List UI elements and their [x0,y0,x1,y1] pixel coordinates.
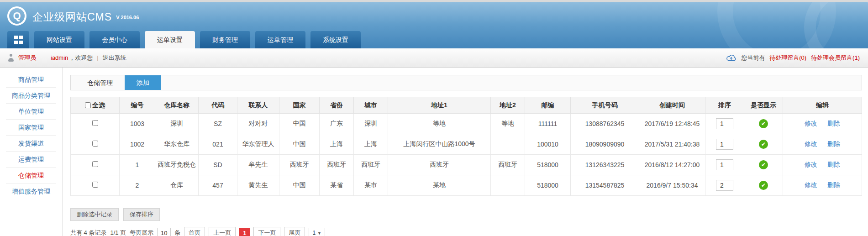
select-all-checkbox[interactable] [85,102,91,108]
sort-order-input[interactable] [716,118,733,129]
cell-address1: 上海闵行区中山路1000号 [388,134,491,155]
sidebar-item-5[interactable]: 运费管理 [0,154,62,164]
delete-link[interactable]: 删除 [827,120,840,127]
sidebar-item-3[interactable]: 国家管理 [0,122,62,132]
cell-city: 某市 [354,175,388,196]
cell-sort [705,114,744,134]
sidebar-divider [6,119,56,120]
sidebar-item-2[interactable]: 单位管理 [0,106,62,116]
per-page-input[interactable] [157,228,171,236]
cell-phone: 13126343225 [571,155,639,175]
prev-page-button[interactable]: 上一页 [209,227,236,236]
grid-icon [14,36,23,44]
column-header-14: 是否显示 [744,97,783,114]
delete-link[interactable]: 删除 [827,140,840,147]
content-tab-0[interactable]: 仓储管理 [75,75,125,90]
column-header-0: 全选 [71,97,120,114]
sidebar-divider [6,183,56,184]
select-all-label: 全选 [92,101,105,109]
content-tab-1[interactable]: 添加 [125,75,161,90]
nav-tab-1[interactable]: 会员中心 [89,31,140,48]
current-page-indicator[interactable]: 1 [239,228,250,236]
nav-tab-4[interactable]: 运单管理 [255,31,305,48]
table-body: 1003深圳SZ对对对中国广东深圳等地等地1111111308876234520… [71,114,862,196]
sidebar-divider [6,135,56,136]
check-circle-icon: ✔ [759,119,768,128]
nav-tab-0[interactable]: 网站设置 [34,31,84,48]
edit-link[interactable]: 修改 [805,161,817,168]
per-page-suffix: 条 [174,229,180,236]
cell-created: 2016/8/12 14:27:00 [639,155,705,175]
pagination: 共有 4 条记录 1/1 页 每页展示 条 首页 上一页 1 下一页 尾页 1▼ [70,227,862,236]
column-header-2: 仓库名称 [155,97,199,114]
cloud-upload-icon [726,54,736,62]
cell-address2: 西班牙 [491,155,525,175]
table-header-row: 全选编号仓库名称代码联系人国家省份城市地址1地址2邮编手机号码创建时间排序是否显… [71,97,862,114]
nav-tab-3[interactable]: 财务管理 [200,31,250,48]
logout-link[interactable]: 退出系统 [103,54,126,62]
first-page-button[interactable]: 首页 [184,227,205,236]
sidebar-divider [6,167,56,168]
cell-created: 2017/6/19 12:48:45 [639,114,705,134]
app-version: V 2016.06 [116,15,139,20]
sidebar-item-1[interactable]: 商品分类管理 [0,90,62,100]
sidebar-divider [6,103,56,104]
row-select-cell [71,155,120,175]
pending-messages-link[interactable]: 待处理留言(0) [769,54,806,62]
cell-address1: 某地 [388,175,491,196]
next-page-button[interactable]: 下一页 [253,227,280,236]
edit-link[interactable]: 修改 [805,181,817,189]
sort-order-input[interactable] [716,139,733,150]
cell-zip: 111111 [525,114,571,134]
cell-address2 [491,175,525,196]
cell-edit: 修改删除 [783,114,862,134]
last-page-button[interactable]: 尾页 [284,227,305,236]
column-header-6: 省份 [320,97,354,114]
cell-code: SD [199,155,237,175]
cell-created: 2017/5/31 21:40:38 [639,134,705,155]
delete-link[interactable]: 删除 [827,181,840,189]
row-checkbox[interactable] [92,161,98,167]
sort-order-input[interactable] [716,159,733,170]
page-jump-value: 1 [312,230,316,236]
cell-phone: 13088762345 [571,114,639,134]
warehouse-table: 全选编号仓库名称代码联系人国家省份城市地址1地址2邮编手机号码创建时间排序是否显… [70,97,862,196]
delete-selected-button[interactable]: 删除选中记录 [70,208,119,221]
save-sort-button[interactable]: 保存排序 [123,208,160,221]
nav-tab-5[interactable]: 系统设置 [310,31,361,48]
delete-link[interactable]: 删除 [827,161,840,168]
sidebar-item-6[interactable]: 仓储管理 [0,170,62,180]
sort-order-input[interactable] [716,180,733,191]
cell-code: 457 [199,175,237,196]
sidebar-divider [6,151,56,152]
sidebar-item-4[interactable]: 发货渠道 [0,138,62,148]
main-nav: 网站设置会员中心运单设置财务管理运单管理系统设置 [7,31,361,48]
cell-address2: 等地 [491,114,525,134]
cell-contact: 黄先生 [237,175,279,196]
row-checkbox[interactable] [92,141,98,147]
sidebar-item-0[interactable]: 商品管理 [0,74,62,84]
cell-code: SZ [199,114,237,134]
cell-sort [705,155,744,175]
edit-link[interactable]: 修改 [805,140,817,147]
user-icon [8,54,14,62]
cell-phone: 18090909090 [571,134,639,155]
edit-link[interactable]: 修改 [805,120,817,127]
userbar-divider: | [97,54,98,61]
cell-province: 某省 [320,175,354,196]
home-grid-button[interactable] [7,31,29,48]
page-count-text: 1/1 页 [110,229,126,236]
cell-visible: ✔ [744,134,783,155]
page-body: 商品管理商品分类管理单位管理国家管理发货渠道运费管理仓储管理增值服务管理 仓储管… [0,68,868,236]
column-header-7: 城市 [354,97,388,114]
row-checkbox[interactable] [92,120,98,126]
nav-tab-2[interactable]: 运单设置 [145,31,195,48]
sidebar-item-7[interactable]: 增值服务管理 [0,186,62,196]
cell-country: 中国 [279,175,320,196]
cell-name: 仓库 [155,175,199,196]
main-content: 仓储管理添加 全选编号仓库名称代码联系人国家省份城市地址1地址2邮编手机号码创建… [63,68,868,236]
pending-member-messages-link[interactable]: 待处理会员留言(1) [811,54,860,62]
column-header-1: 编号 [120,97,155,114]
row-checkbox[interactable] [92,182,98,188]
page-jump-select[interactable]: 1▼ [309,228,325,236]
